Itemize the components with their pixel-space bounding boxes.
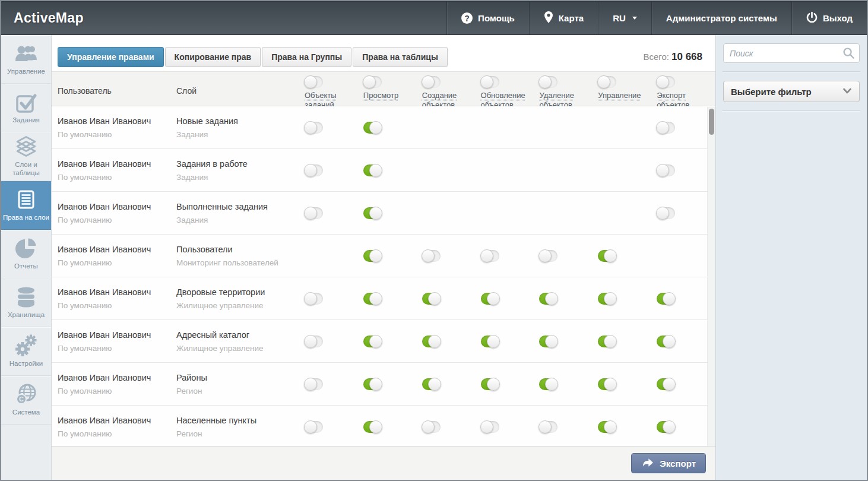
toggle-create-objects[interactable]	[422, 378, 441, 390]
column-header-label[interactable]: Управление	[598, 91, 641, 100]
row-toggle-cells	[295, 363, 715, 405]
toggle-export-objects[interactable]	[657, 336, 675, 347]
toggle-task-objects[interactable]	[305, 293, 323, 305]
toggle-view[interactable]	[363, 336, 382, 347]
toggle-view[interactable]	[363, 207, 382, 219]
toggle-view[interactable]	[363, 250, 382, 262]
toggle-cell	[471, 235, 530, 277]
toggle-knob	[604, 335, 617, 348]
sidebar-item-management[interactable]: Управление	[1, 35, 51, 84]
header-toggle-delete-objects[interactable]	[539, 76, 557, 88]
toggle-view[interactable]	[363, 122, 382, 134]
toggle-cell	[354, 235, 413, 277]
help-menu-item[interactable]: ? Помощь	[446, 2, 529, 34]
header-toggle-export-objects[interactable]	[657, 76, 675, 88]
toggle-manage[interactable]	[598, 421, 616, 433]
header-toggle-task-objects[interactable]	[305, 76, 323, 88]
toggle-create-objects[interactable]	[422, 250, 441, 262]
total-label: Всего:	[644, 52, 670, 62]
panel-separator	[723, 110, 860, 112]
toggle-create-objects[interactable]	[422, 421, 441, 433]
header-toggle-update-objects[interactable]	[481, 76, 499, 88]
row-user-name: Иванов Иван Иванович	[58, 202, 170, 211]
toggle-view[interactable]	[363, 293, 382, 305]
tab-rights-management[interactable]: Управление правами	[58, 47, 164, 67]
toggle-manage[interactable]	[598, 250, 616, 262]
toggle-export-objects[interactable]	[657, 164, 675, 176]
sidebar-item-reports[interactable]: Отчеты	[1, 230, 51, 279]
user-cell: Иванов Иван Иванович По умолчанию	[52, 320, 170, 362]
search-input[interactable]	[723, 43, 860, 63]
sidebar-item-label: Слои и таблицы	[1, 161, 51, 178]
toggle-knob	[545, 292, 558, 305]
header-toggle-manage[interactable]	[598, 76, 616, 88]
toggle-update-objects[interactable]	[481, 250, 499, 262]
toggle-update-objects[interactable]	[481, 293, 499, 305]
toggle-task-objects[interactable]	[305, 207, 323, 219]
layer-rights-icon	[14, 188, 38, 211]
toggle-knob	[487, 378, 500, 391]
toggle-delete-objects[interactable]	[539, 336, 557, 347]
sidebar-item-layer-rights[interactable]: Права на слои	[1, 181, 51, 230]
toggle-task-objects[interactable]	[305, 336, 323, 347]
column-header-label[interactable]: Просмотр	[363, 91, 398, 100]
layer-cell: Новые задания Задания	[170, 106, 295, 148]
toggle-delete-objects[interactable]	[539, 250, 557, 262]
toggle-export-objects[interactable]	[657, 122, 675, 134]
scrollbar-thumb[interactable]	[709, 109, 714, 135]
current-user-menu[interactable]: Администратор системы	[651, 2, 791, 34]
export-button[interactable]: Экспорт	[631, 453, 706, 473]
logout-button[interactable]: Выход	[791, 2, 867, 34]
toggle-update-objects[interactable]	[481, 336, 499, 347]
filter-panel: Выберите фильтр	[715, 35, 867, 480]
toggle-task-objects[interactable]	[305, 378, 323, 390]
chevron-down-icon	[842, 86, 852, 97]
toggle-manage[interactable]	[598, 336, 616, 347]
sidebar-item-layers[interactable]: Слои и таблицы	[1, 132, 51, 181]
toggle-export-objects[interactable]	[657, 207, 675, 219]
header-toggle-view[interactable]	[363, 76, 382, 88]
toggle-knob	[663, 378, 676, 391]
toggle-manage[interactable]	[598, 378, 616, 390]
toggle-task-objects[interactable]	[305, 421, 323, 433]
table-row: Иванов Иван Иванович По умолчанию Пользо…	[52, 235, 715, 277]
header-toggle-create-objects[interactable]	[422, 76, 441, 88]
sidebar-item-storage[interactable]: Хранилища	[1, 279, 51, 327]
tab-group-rights[interactable]: Права на Группы	[262, 47, 351, 67]
filter-select[interactable]: Выберите фильтр	[723, 81, 860, 102]
language-selector[interactable]: RU	[598, 2, 651, 34]
toggle-manage[interactable]	[598, 293, 616, 305]
toggle-delete-objects[interactable]	[539, 421, 557, 433]
toggle-knob	[369, 420, 382, 433]
layer-cell: Районы Регион	[170, 363, 295, 405]
toggle-delete-objects[interactable]	[539, 293, 557, 305]
tab-rights-copy[interactable]: Копирование прав	[165, 47, 261, 67]
table-row: Иванов Иван Иванович По умолчанию Населе…	[52, 406, 715, 446]
toggle-cell	[295, 106, 354, 148]
toggle-view[interactable]	[363, 421, 382, 433]
toggle-export-objects[interactable]	[657, 378, 675, 390]
toggle-task-objects[interactable]	[305, 122, 323, 134]
row-layer-sub: Регион	[176, 429, 295, 438]
search-icon[interactable]	[842, 47, 855, 62]
toggle-task-objects[interactable]	[305, 164, 323, 176]
user-cell: Иванов Иван Иванович По умолчанию	[52, 363, 170, 405]
toggle-export-objects[interactable]	[657, 293, 675, 305]
toggle-view[interactable]	[363, 164, 382, 176]
map-menu-item[interactable]: Карта	[529, 2, 598, 34]
toggle-update-objects[interactable]	[481, 421, 499, 433]
toggle-delete-objects[interactable]	[539, 378, 557, 390]
row-toggle-cells	[295, 106, 715, 148]
toggle-export-objects[interactable]	[657, 421, 675, 433]
sidebar-item-tasks[interactable]: Задания	[1, 84, 51, 132]
toggle-cell	[530, 363, 588, 405]
chevron-down-icon	[632, 17, 637, 20]
toggle-knob	[487, 335, 500, 348]
toggle-update-objects[interactable]	[481, 378, 499, 390]
toggle-create-objects[interactable]	[422, 336, 441, 347]
tab-table-rights[interactable]: Права на таблицы	[353, 47, 448, 67]
sidebar-item-system[interactable]: C Система	[1, 376, 51, 425]
toggle-view[interactable]	[363, 378, 382, 390]
sidebar-item-settings[interactable]: Настройки	[1, 327, 51, 376]
toggle-create-objects[interactable]	[422, 293, 441, 305]
